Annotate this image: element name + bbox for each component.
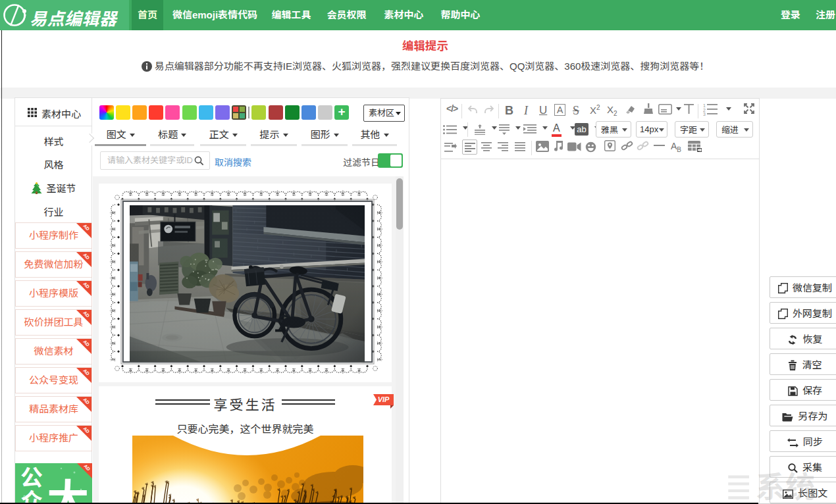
svg-text:1: 1 <box>703 103 706 108</box>
svg-text:3: 3 <box>703 112 706 116</box>
